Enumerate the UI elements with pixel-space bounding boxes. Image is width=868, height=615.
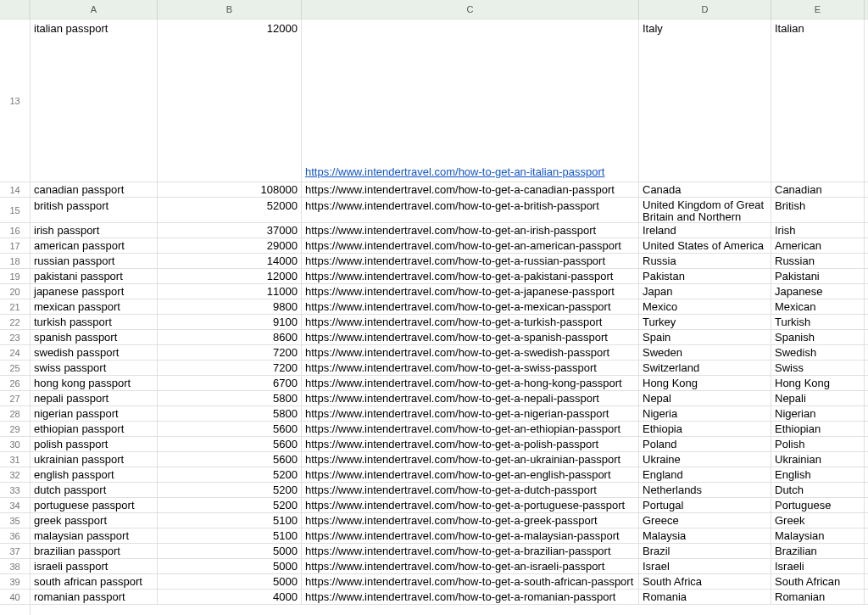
cell[interactable]: Hong Kong (771, 376, 865, 390)
cell[interactable]: romanian passport (31, 590, 158, 604)
cell[interactable]: Ireland (639, 223, 771, 238)
cell[interactable]: Portuguese (771, 498, 865, 512)
cell[interactable]: Canadian (771, 182, 865, 197)
cell[interactable]: 5200 (158, 483, 302, 497)
cell[interactable]: https://www.intendertravel.com/how-to-ge… (302, 315, 639, 329)
column-header-A[interactable]: A (31, 0, 158, 19)
cell[interactable]: South Africa (639, 574, 771, 589)
cell[interactable]: Swiss (771, 361, 865, 375)
cell[interactable]: Polish (771, 437, 865, 451)
row-header[interactable]: 40 (0, 590, 30, 605)
cell[interactable]: Malaysian (771, 528, 865, 543)
cell[interactable]: https://www.intendertravel.com/how-to-ge… (302, 238, 639, 253)
cell[interactable]: https://www.intendertravel.com/how-to-ge… (302, 513, 639, 528)
cell[interactable]: 9100 (158, 315, 302, 329)
cell[interactable]: 52000 (158, 198, 302, 222)
cell[interactable]: 37000 (158, 223, 302, 238)
cell[interactable]: Ethiopia (639, 422, 771, 436)
cell[interactable]: Malaysia (639, 528, 771, 543)
cell[interactable]: Greek (771, 513, 865, 528)
cell[interactable]: Pakistani (771, 269, 865, 283)
cell[interactable]: 5100 (158, 528, 302, 543)
cell[interactable]: https://www.intendertravel.com/how-to-ge… (302, 574, 639, 589)
cell[interactable]: https://www.intendertravel.com/how-to-ge… (302, 528, 639, 543)
hyperlink[interactable]: https://www.intendertravel.com/how-to-ge… (305, 165, 604, 178)
row-header[interactable]: 16 (0, 223, 30, 238)
cell[interactable]: https://www.intendertravel.com/how-to-ge… (302, 376, 639, 390)
cell[interactable]: https://www.intendertravel.com/how-to-ge… (302, 406, 639, 421)
row-header[interactable]: 18 (0, 254, 30, 269)
cell[interactable]: 5800 (158, 391, 302, 405)
cell[interactable]: hong kong passport (31, 376, 158, 390)
cell[interactable]: Nepali (771, 391, 865, 405)
cell[interactable]: English (771, 467, 865, 482)
column-header-B[interactable]: B (158, 0, 302, 19)
cell[interactable]: Italian (771, 20, 865, 182)
cell[interactable]: https://www.intendertravel.com/how-to-ge… (302, 345, 639, 360)
cell[interactable]: Ukraine (639, 452, 771, 467)
row-header[interactable]: 37 (0, 544, 30, 559)
cell[interactable]: spanish passport (31, 330, 158, 344)
cell[interactable]: American (771, 238, 865, 253)
row-header[interactable]: 21 (0, 299, 30, 315)
cell[interactable]: Sweden (639, 345, 771, 360)
row-header[interactable]: 30 (0, 437, 30, 452)
cell[interactable]: malaysian passport (31, 528, 158, 543)
cell[interactable]: https://www.intendertravel.com/how-to-ge… (302, 223, 639, 238)
cell[interactable]: portuguese passport (31, 498, 158, 512)
row-header[interactable]: 17 (0, 238, 30, 254)
row-header[interactable]: 38 (0, 559, 30, 574)
cell[interactable]: https://www.intendertravel.com/how-to-ge… (302, 254, 639, 268)
cell[interactable]: https://www.intendertravel.com/how-to-ge… (302, 391, 639, 405)
cell[interactable]: Italy (639, 20, 771, 182)
cell[interactable]: 5200 (158, 498, 302, 512)
cell[interactable]: England (639, 467, 771, 482)
cell[interactable]: Canada (639, 182, 771, 197)
cell[interactable]: Swedish (771, 345, 865, 360)
row-header[interactable]: 15 (0, 198, 30, 223)
cell[interactable]: 5600 (158, 422, 302, 436)
cell[interactable]: Mexican (771, 299, 865, 314)
cell[interactable]: Greece (639, 513, 771, 528)
cell[interactable]: https://www.intendertravel.com/how-to-ge… (302, 330, 639, 344)
cell[interactable]: Nigeria (639, 406, 771, 421)
cell[interactable]: 108000 (158, 182, 302, 197)
cell[interactable]: swiss passport (31, 361, 158, 375)
cell[interactable]: Ethiopian (771, 422, 865, 436)
cell[interactable]: Israeli (771, 559, 865, 573)
cell[interactable]: Hong Kong (639, 376, 771, 390)
cell[interactable]: Romanian (771, 590, 865, 604)
cell[interactable]: https://www.intendertravel.com/how-to-ge… (302, 452, 639, 467)
cell[interactable]: 11000 (158, 284, 302, 299)
row-header[interactable]: 28 (0, 406, 30, 422)
cell[interactable]: https://www.intendertravel.com/how-to-ge… (302, 269, 639, 283)
cell[interactable]: Portugal (639, 498, 771, 512)
cell[interactable]: Poland (639, 437, 771, 451)
cell[interactable]: swedish passport (31, 345, 158, 360)
cell[interactable]: nigerian passport (31, 406, 158, 421)
cell[interactable]: italian passport (31, 20, 158, 182)
cell[interactable]: pakistani passport (31, 269, 158, 283)
row-header[interactable]: 13 (0, 20, 30, 182)
cell[interactable]: 5000 (158, 559, 302, 573)
cell[interactable]: Israel (639, 559, 771, 573)
cell[interactable]: 6700 (158, 376, 302, 390)
row-header[interactable]: 14 (0, 182, 30, 198)
cell[interactable]: 5600 (158, 437, 302, 451)
row-header[interactable]: 26 (0, 376, 30, 391)
cell[interactable]: english passport (31, 467, 158, 482)
cell[interactable]: ethiopian passport (31, 422, 158, 436)
cell[interactable]: british passport (31, 198, 158, 222)
cell[interactable]: https://www.intendertravel.com/how-to-ge… (302, 20, 639, 182)
cell[interactable]: nepali passport (31, 391, 158, 405)
cell[interactable]: https://www.intendertravel.com/how-to-ge… (302, 437, 639, 451)
cell[interactable]: american passport (31, 238, 158, 253)
cell[interactable]: mexican passport (31, 299, 158, 314)
cell[interactable]: https://www.intendertravel.com/how-to-ge… (302, 422, 639, 436)
cell[interactable]: https://www.intendertravel.com/how-to-ge… (302, 483, 639, 497)
cell[interactable]: 9800 (158, 299, 302, 314)
row-header[interactable]: 29 (0, 422, 30, 437)
cell[interactable]: Brazil (639, 544, 771, 558)
cell[interactable]: https://www.intendertravel.com/how-to-ge… (302, 361, 639, 375)
cell[interactable]: 5100 (158, 513, 302, 528)
